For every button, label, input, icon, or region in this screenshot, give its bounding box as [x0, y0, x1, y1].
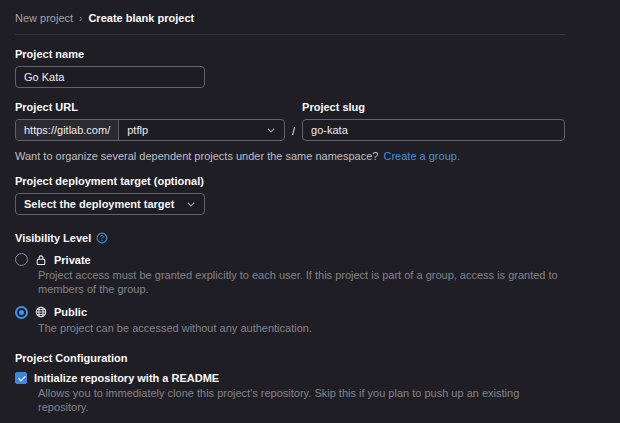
project-url-group: https://gitlab.com/ ptflp: [15, 119, 285, 141]
namespace-value: ptflp: [127, 124, 148, 136]
namespace-hint-text: Want to organize several dependent proje…: [15, 150, 378, 162]
public-radio[interactable]: [15, 306, 28, 319]
deployment-target-select[interactable]: Select the deployment target: [15, 193, 205, 215]
project-slug-label: Project slug: [302, 101, 565, 113]
visibility-option-public: Public: [15, 306, 565, 319]
visibility-level-label: Visibility Level: [15, 232, 91, 244]
private-option-description: Project access must be granted explicitl…: [38, 269, 565, 297]
public-option-label[interactable]: Public: [54, 306, 87, 318]
deployment-target-field: Project deployment target (optional) Sel…: [15, 175, 565, 215]
breadcrumb-current-page: Create blank project: [88, 12, 194, 24]
readme-option-description: Allows you to immediately clone this pro…: [38, 387, 565, 415]
project-configuration-label: Project Configuration: [15, 352, 127, 364]
chevron-down-icon: [266, 125, 276, 135]
project-slug-field: Project slug: [302, 101, 565, 141]
project-configuration-heading: Project Configuration: [15, 352, 565, 364]
readme-option: Initialize repository with a README: [15, 372, 565, 384]
namespace-dropdown[interactable]: ptflp: [119, 120, 284, 140]
globe-icon: [35, 306, 47, 318]
readme-checkbox[interactable]: [15, 372, 27, 384]
private-option-label[interactable]: Private: [54, 254, 91, 266]
project-name-input[interactable]: [15, 66, 205, 88]
create-group-link[interactable]: Create a group.: [384, 150, 460, 162]
lock-icon: [35, 254, 47, 266]
url-slug-row: Project URL https://gitlab.com/ ptflp / …: [15, 101, 565, 141]
help-icon[interactable]: [96, 232, 108, 244]
deployment-target-label: Project deployment target (optional): [15, 175, 565, 187]
readme-option-label[interactable]: Initialize repository with a README: [34, 372, 219, 384]
project-name-label: Project name: [15, 48, 565, 60]
breadcrumb: New project › Create blank project: [15, 8, 565, 35]
chevron-down-icon: [186, 199, 196, 209]
project-slug-input[interactable]: [302, 119, 565, 141]
breadcrumb-new-project[interactable]: New project: [15, 12, 73, 24]
project-name-field: Project name: [15, 48, 565, 88]
public-option-description: The project can be accessed without any …: [38, 322, 565, 336]
namespace-hint: Want to organize several dependent proje…: [15, 150, 565, 162]
visibility-level-heading: Visibility Level: [15, 232, 565, 244]
project-url-label: Project URL: [15, 101, 285, 113]
project-url-prefix: https://gitlab.com/: [16, 120, 119, 140]
url-slug-separator: /: [285, 125, 302, 141]
create-blank-project-page: New project › Create blank project Proje…: [0, 0, 620, 423]
breadcrumb-chevron-icon: ›: [79, 13, 82, 24]
visibility-option-private: Private: [15, 253, 565, 266]
deployment-target-placeholder: Select the deployment target: [24, 198, 174, 210]
private-radio[interactable]: [15, 253, 28, 266]
project-url-field: Project URL https://gitlab.com/ ptflp: [15, 101, 285, 141]
